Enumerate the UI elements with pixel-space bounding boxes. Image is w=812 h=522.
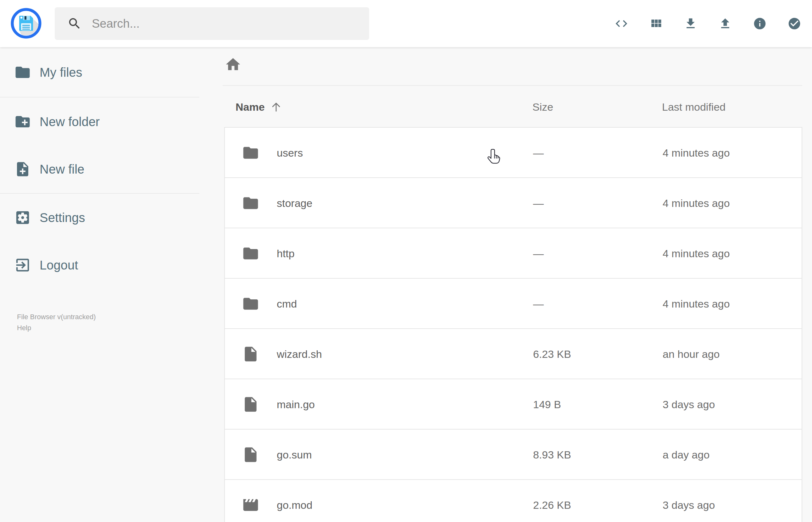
row-name: go.sum bbox=[277, 429, 312, 480]
sidebar-item-settings[interactable]: Settings bbox=[0, 200, 199, 235]
row-size: 2.26 KB bbox=[533, 480, 571, 522]
settings-icon bbox=[14, 209, 31, 226]
row-size: 6.23 KB bbox=[533, 329, 571, 379]
row-size: — bbox=[533, 228, 544, 279]
sidebar-item-label: New file bbox=[40, 162, 84, 176]
upload-button[interactable] bbox=[718, 17, 732, 31]
switch-view-button[interactable] bbox=[649, 17, 663, 31]
select-multiple-button[interactable] bbox=[788, 17, 801, 31]
movie-icon bbox=[242, 496, 260, 514]
table-row[interactable]: users — 4 minutes ago bbox=[225, 128, 801, 178]
row-name: cmd bbox=[277, 279, 297, 329]
column-header-size[interactable]: Size bbox=[532, 94, 553, 120]
sidebar-item-label: Logout bbox=[40, 258, 78, 272]
row-name: go.mod bbox=[277, 480, 312, 522]
table-row[interactable]: main.go 149 B 3 days ago bbox=[225, 379, 801, 429]
download-icon bbox=[684, 17, 697, 31]
info-button[interactable] bbox=[753, 17, 767, 31]
column-header-name[interactable]: Name bbox=[236, 94, 282, 120]
row-modified: 3 days ago bbox=[663, 480, 715, 522]
row-modified: 4 minutes ago bbox=[663, 178, 730, 228]
folder-icon bbox=[242, 295, 260, 313]
row-size: — bbox=[533, 178, 544, 228]
row-modified: 4 minutes ago bbox=[663, 228, 730, 279]
folder-icon bbox=[242, 144, 260, 162]
file-browser-logo[interactable] bbox=[11, 7, 42, 39]
row-size: 149 B bbox=[533, 379, 561, 429]
logout-icon bbox=[14, 257, 31, 274]
header-bar bbox=[0, 0, 812, 47]
floppy-disk-logo-icon bbox=[11, 7, 42, 39]
table-row[interactable]: storage — 4 minutes ago bbox=[225, 178, 801, 228]
download-button[interactable] bbox=[684, 17, 697, 31]
shell-button[interactable] bbox=[614, 17, 628, 31]
folder-icon bbox=[242, 194, 260, 212]
check-circle-icon bbox=[788, 17, 801, 31]
code-icon bbox=[614, 17, 628, 31]
breadcrumb-divider bbox=[223, 85, 802, 86]
row-size: 8.93 KB bbox=[533, 429, 571, 480]
file-icon bbox=[242, 396, 260, 413]
row-modified: a day ago bbox=[663, 429, 709, 480]
search-icon bbox=[67, 16, 82, 31]
column-name-label: Name bbox=[236, 94, 265, 120]
sidebar-item-new-file[interactable]: New file bbox=[0, 152, 199, 187]
search-input[interactable] bbox=[92, 14, 369, 33]
sidebar-item-logout[interactable]: Logout bbox=[0, 247, 199, 283]
sidebar-item-my-files[interactable]: My files bbox=[0, 55, 199, 90]
row-modified: 4 minutes ago bbox=[663, 279, 730, 329]
file-listing: users — 4 minutes ago storage — 4 minute… bbox=[224, 127, 802, 522]
row-modified: an hour ago bbox=[663, 329, 720, 379]
sidebar-item-label: My files bbox=[40, 65, 82, 80]
table-row[interactable]: http — 4 minutes ago bbox=[225, 228, 801, 279]
sidebar-credits: File Browser v(untracked) Help bbox=[17, 311, 96, 333]
row-name: users bbox=[277, 128, 303, 178]
row-modified: 3 days ago bbox=[663, 379, 715, 429]
row-size: — bbox=[533, 279, 544, 329]
new-file-icon bbox=[14, 161, 31, 178]
home-button[interactable] bbox=[225, 56, 242, 73]
row-modified: 4 minutes ago bbox=[663, 128, 730, 178]
table-row[interactable]: wizard.sh 6.23 KB an hour ago bbox=[225, 329, 801, 379]
table-row[interactable]: go.sum 8.93 KB a day ago bbox=[225, 429, 801, 480]
row-name: main.go bbox=[277, 379, 315, 429]
info-icon bbox=[753, 17, 767, 31]
sidebar-divider bbox=[0, 193, 199, 194]
row-name: wizard.sh bbox=[277, 329, 322, 379]
row-size: — bbox=[533, 128, 544, 178]
listing-header: Name Size Last modified bbox=[0, 94, 812, 120]
help-link[interactable]: Help bbox=[17, 322, 31, 333]
row-name: http bbox=[277, 228, 295, 279]
table-row[interactable]: cmd — 4 minutes ago bbox=[225, 279, 801, 329]
home-icon bbox=[225, 56, 242, 73]
app-version: File Browser v(untracked) bbox=[17, 311, 96, 322]
file-icon bbox=[242, 446, 260, 463]
row-name: storage bbox=[277, 178, 312, 228]
sidebar-item-label: Settings bbox=[40, 211, 85, 225]
grid-view-icon bbox=[649, 17, 663, 31]
header-actions bbox=[614, 0, 801, 47]
table-row[interactable]: go.mod 2.26 KB 3 days ago bbox=[225, 480, 801, 522]
column-header-modified[interactable]: Last modified bbox=[662, 94, 726, 120]
file-icon bbox=[242, 345, 260, 363]
folder-icon bbox=[242, 245, 260, 262]
folder-icon bbox=[14, 64, 31, 81]
search-bar[interactable] bbox=[55, 7, 369, 40]
sort-asc-icon bbox=[270, 101, 282, 113]
upload-icon bbox=[718, 17, 732, 31]
